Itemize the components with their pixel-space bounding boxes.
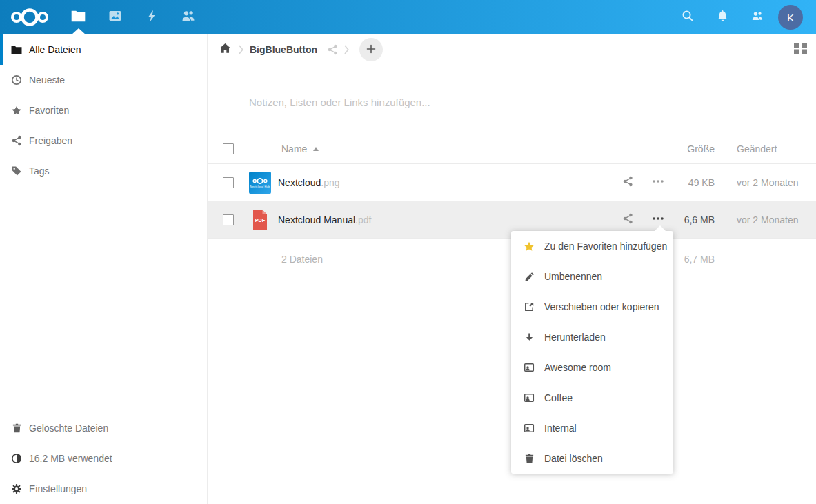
notifications-bell-icon bbox=[717, 10, 728, 25]
breadcrumb-folder[interactable]: BigBlueButton bbox=[250, 44, 317, 55]
trash-icon bbox=[524, 453, 535, 464]
sidebar-item-label: Favoriten bbox=[29, 105, 69, 116]
nextcloud-logo-icon[interactable] bbox=[10, 5, 49, 30]
sidebar-item-label: 16.2 MB verwendet bbox=[29, 453, 112, 464]
sidebar-item-label: Neueste bbox=[29, 74, 65, 85]
app-files-button[interactable] bbox=[60, 0, 97, 34]
clock-icon bbox=[11, 74, 22, 85]
more-dots-icon bbox=[652, 213, 664, 226]
breadcrumb-share-button[interactable] bbox=[327, 44, 338, 55]
sort-ascending-icon bbox=[313, 147, 319, 151]
chevron-right-icon bbox=[344, 45, 349, 54]
grid-icon bbox=[794, 43, 807, 57]
gear-icon bbox=[11, 483, 22, 494]
menu-item-room-awesome-room[interactable]: Awesome room bbox=[511, 352, 673, 383]
menu-item-move-or-copy[interactable]: Verschieben oder kopieren bbox=[511, 292, 673, 322]
sort-by-modified-button[interactable]: Geändert bbox=[731, 143, 816, 154]
breadcrumb-home-button[interactable] bbox=[217, 39, 232, 60]
download-icon bbox=[524, 332, 535, 343]
menu-item-download[interactable]: Herunterladen bbox=[511, 322, 673, 352]
new-file-button[interactable] bbox=[359, 38, 383, 61]
more-dots-icon bbox=[652, 176, 664, 189]
search-icon bbox=[681, 10, 694, 25]
pencil-icon bbox=[524, 271, 535, 282]
file-row-nextcloud-png[interactable]: Nextcloud Hub Nextcloud.png bbox=[208, 164, 816, 201]
home-icon bbox=[219, 43, 231, 57]
room-icon bbox=[524, 423, 535, 434]
sidebar-item-label: Einstellungen bbox=[29, 483, 87, 494]
sidebar-item-shares[interactable]: Freigaben bbox=[0, 125, 207, 156]
sidebar-item-recent[interactable]: Neueste bbox=[0, 65, 207, 95]
file-size: 6,6 MB bbox=[673, 214, 731, 225]
plus-icon bbox=[366, 43, 377, 57]
quota-pie-icon bbox=[11, 453, 22, 464]
file-size: 49 KB bbox=[673, 177, 731, 188]
room-icon bbox=[524, 362, 535, 373]
row-checkbox[interactable] bbox=[223, 214, 234, 225]
photos-icon bbox=[108, 9, 122, 26]
sidebar-item-deleted-files[interactable]: Gelöschte Dateien bbox=[0, 413, 207, 443]
trash-icon bbox=[11, 423, 22, 434]
sidebar-item-label: Alle Dateien bbox=[29, 44, 81, 55]
actions-menu-button[interactable] bbox=[646, 171, 670, 194]
sidebar-item-quota[interactable]: 16.2 MB verwendet bbox=[0, 443, 207, 474]
share-button[interactable] bbox=[616, 208, 639, 232]
sort-by-size-button[interactable]: Größe bbox=[673, 143, 731, 154]
app-photos-button[interactable] bbox=[97, 0, 133, 34]
sidebar-item-label: Tags bbox=[29, 165, 50, 177]
file-list-header: Name Größe Geändert bbox=[208, 134, 816, 164]
sidebar-item-label: Freigaben bbox=[29, 135, 72, 146]
menu-item-rename[interactable]: Umbenennen bbox=[511, 261, 673, 292]
popover-arrow bbox=[655, 225, 666, 231]
sidebar-item-favorites[interactable]: Favoriten bbox=[0, 95, 207, 125]
file-actions-menu: Zu den Favoriten hinzufügen Umbenennen V… bbox=[511, 231, 673, 474]
share-icon bbox=[622, 176, 633, 189]
contacts-menu-icon bbox=[750, 10, 764, 25]
app-navigation: Alle Dateien Neueste Favoriten Freigaben bbox=[0, 34, 208, 504]
search-button[interactable] bbox=[670, 0, 705, 34]
row-checkbox[interactable] bbox=[223, 177, 234, 188]
contacts-people-icon bbox=[181, 9, 196, 26]
file-name[interactable]: Nextcloud.png bbox=[278, 177, 340, 188]
files-folder-icon bbox=[71, 10, 86, 25]
select-all-checkbox[interactable] bbox=[223, 143, 234, 154]
chevron-right-icon bbox=[239, 45, 243, 54]
file-modified: vor 2 Monaten bbox=[731, 214, 816, 225]
sidebar-item-all-files[interactable]: Alle Dateien bbox=[0, 34, 207, 65]
star-icon bbox=[524, 241, 535, 252]
total-size: 6,7 MB bbox=[673, 254, 731, 265]
notifications-button[interactable] bbox=[705, 0, 739, 34]
menu-item-add-to-favorites[interactable]: Zu den Favoriten hinzufügen bbox=[511, 231, 673, 261]
pdf-file-icon: PDF bbox=[249, 209, 271, 231]
menu-item-room-coffee[interactable]: Coffee bbox=[511, 383, 673, 413]
sort-by-name-button[interactable]: Name bbox=[249, 143, 319, 154]
png-thumbnail-icon: Nextcloud Hub bbox=[249, 172, 271, 194]
file-modified: vor 2 Monaten bbox=[731, 177, 816, 188]
svg-text:PDF: PDF bbox=[255, 217, 266, 223]
file-name[interactable]: Nextcloud Manual.pdf bbox=[278, 214, 371, 225]
contacts-menu-button[interactable] bbox=[739, 0, 774, 34]
share-icon bbox=[11, 135, 22, 146]
star-icon bbox=[11, 105, 22, 116]
folder-icon bbox=[11, 44, 22, 55]
sidebar-item-settings[interactable]: Einstellungen bbox=[0, 474, 207, 504]
avatar-initial: K bbox=[787, 12, 794, 23]
sidebar-item-label: Gelöschte Dateien bbox=[29, 423, 108, 434]
app-contacts-button[interactable] bbox=[170, 0, 206, 34]
share-button[interactable] bbox=[616, 171, 639, 194]
room-icon bbox=[524, 392, 535, 403]
activity-lightning-icon bbox=[146, 9, 158, 26]
menu-item-delete-file[interactable]: Datei löschen bbox=[511, 443, 673, 474]
move-copy-icon bbox=[524, 301, 535, 312]
user-avatar[interactable]: K bbox=[778, 5, 803, 30]
grid-view-toggle-button[interactable] bbox=[788, 38, 812, 61]
sidebar-item-tags[interactable]: Tags bbox=[0, 156, 207, 186]
breadcrumb: BigBlueButton bbox=[208, 34, 816, 65]
workspace-placeholder[interactable]: Notizen, Listen oder Links hinzufügen... bbox=[249, 97, 816, 108]
menu-item-room-internal[interactable]: Internal bbox=[511, 413, 673, 443]
app-activity-button[interactable] bbox=[133, 0, 170, 34]
tag-icon bbox=[11, 165, 22, 177]
share-icon bbox=[622, 213, 633, 226]
rich-workspace: Notizen, Listen oder Links hinzufügen... bbox=[208, 65, 816, 134]
top-bar: K bbox=[0, 0, 816, 34]
